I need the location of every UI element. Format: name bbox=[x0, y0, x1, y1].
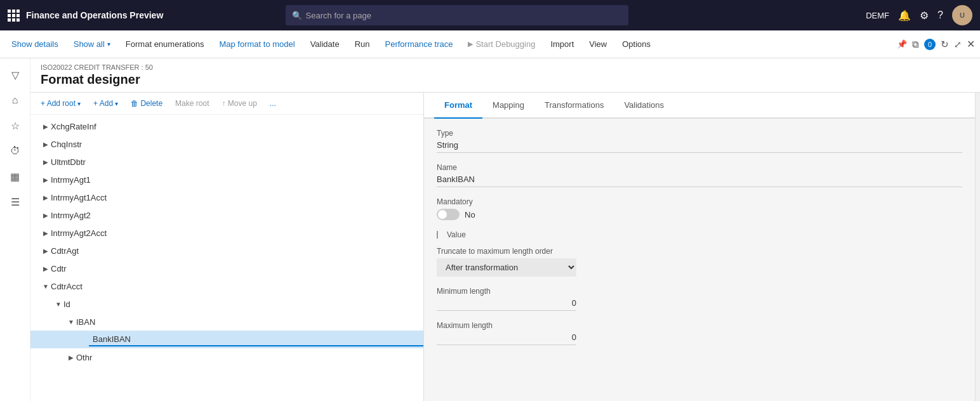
type-value: String bbox=[437, 140, 962, 153]
expand-arrow: ▼ bbox=[53, 301, 63, 308]
mandatory-toggle[interactable] bbox=[437, 209, 460, 220]
toggle-row: No bbox=[437, 209, 962, 220]
recent-icon[interactable]: ⏱ bbox=[4, 140, 27, 162]
validate-button[interactable]: Validate bbox=[304, 33, 346, 56]
help-icon[interactable]: ? bbox=[937, 10, 943, 21]
mandatory-text: No bbox=[465, 210, 475, 220]
tab-format[interactable]: Format bbox=[434, 93, 482, 119]
tree-content[interactable]: ▶ XchgRateInf ▶ ChqInstr ▶ UltmtDbtr ▶ I… bbox=[30, 115, 423, 401]
designer-area: + Add root ▾ + Add ▾ 🗑 Delete Make root bbox=[30, 93, 980, 401]
expand-arrow: ▶ bbox=[41, 230, 51, 237]
add-button[interactable]: + Add ▾ bbox=[88, 96, 123, 110]
performance-trace-button[interactable]: Performance trace bbox=[379, 33, 460, 56]
min-length-value[interactable]: 0 bbox=[437, 298, 576, 311]
chevron-down-icon: ▾ bbox=[115, 100, 118, 107]
settings-icon[interactable]: ⚙ bbox=[920, 10, 929, 22]
import-button[interactable]: Import bbox=[544, 33, 580, 56]
add-root-button[interactable]: + Add root ▾ bbox=[36, 96, 86, 110]
max-length-group: Maximum length 0 bbox=[437, 321, 962, 345]
tree-item-IntrmyAgt1Acct[interactable]: ▶ IntrmyAgt1Acct bbox=[30, 188, 423, 206]
tab-transformations[interactable]: Transformations bbox=[534, 93, 614, 119]
min-length-group: Minimum length 0 bbox=[437, 287, 962, 311]
type-label: Type bbox=[437, 129, 962, 138]
name-label: Name bbox=[437, 163, 962, 172]
chevron-down-icon: ▾ bbox=[77, 100, 81, 107]
tree-item-Othr[interactable]: ▶ Othr bbox=[30, 348, 423, 366]
tree-item-BankIBAN[interactable]: BankIBAN bbox=[30, 331, 423, 348]
favorites-icon[interactable]: ☆ bbox=[4, 114, 27, 137]
scrollbar-track[interactable] bbox=[975, 93, 980, 401]
main-layout: ▽ ⌂ ☆ ⏱ ▦ ☰ ISO20022 CREDIT TRANSFER : 5… bbox=[0, 58, 980, 401]
expand-arrow: ▶ bbox=[41, 194, 51, 201]
tree-item-IntrmyAgt1[interactable]: ▶ IntrmyAgt1 bbox=[30, 171, 423, 188]
expand-arrow bbox=[79, 336, 89, 343]
tree-item-Cdtr[interactable]: ▶ Cdtr bbox=[30, 260, 423, 277]
type-group: Type String bbox=[437, 129, 962, 153]
breadcrumb: ISO20022 CREDIT TRANSFER : 50 bbox=[41, 63, 970, 71]
properties-content: Type String Name BankIBAN Mandatory No bbox=[424, 119, 975, 401]
refresh-icon[interactable]: ↻ bbox=[941, 39, 949, 50]
top-bar-right: DEMF 🔔 ⚙ ? U bbox=[866, 5, 972, 25]
mandatory-group: Mandatory No bbox=[437, 197, 962, 220]
make-root-button[interactable]: Make root bbox=[170, 96, 214, 110]
tab-mapping[interactable]: Mapping bbox=[482, 93, 534, 119]
more-button[interactable]: ... bbox=[265, 96, 281, 110]
view-button[interactable]: View bbox=[583, 33, 613, 56]
waffle-icon[interactable] bbox=[8, 10, 20, 22]
toolbar: Show details Show all ▾ Format enumerati… bbox=[0, 30, 980, 58]
start-debugging-button[interactable]: ▶ Start Debugging bbox=[461, 33, 541, 56]
tab-bar: Format Mapping Transformations Validatio… bbox=[424, 93, 975, 119]
workspaces-icon[interactable]: ▦ bbox=[4, 165, 27, 188]
tree-toolbar: + Add root ▾ + Add ▾ 🗑 Delete Make root bbox=[30, 93, 423, 115]
tree-item-XchgRateInf[interactable]: ▶ XchgRateInf bbox=[30, 117, 423, 135]
format-enumerations-button[interactable]: Format enumerations bbox=[119, 33, 211, 56]
max-length-value[interactable]: 0 bbox=[437, 332, 576, 345]
move-up-button[interactable]: ↑ Move up bbox=[216, 96, 262, 110]
map-format-to-model-button[interactable]: Map format to model bbox=[213, 33, 301, 56]
expand-arrow: ▶ bbox=[41, 265, 51, 272]
notifications-icon[interactable]: 🔔 bbox=[898, 10, 911, 22]
max-length-label: Maximum length bbox=[437, 321, 962, 330]
tree-item-UltmtDbtr[interactable]: ▶ UltmtDbtr bbox=[30, 153, 423, 171]
value-divider: Value bbox=[437, 230, 962, 239]
tab-validations[interactable]: Validations bbox=[614, 93, 674, 119]
content-area: ISO20022 CREDIT TRANSFER : 50 Format des… bbox=[30, 58, 980, 401]
home-icon[interactable]: ⌂ bbox=[4, 89, 27, 112]
show-all-button[interactable]: Show all ▾ bbox=[67, 33, 117, 56]
run-button[interactable]: Run bbox=[348, 33, 376, 56]
expand-arrow: ▼ bbox=[66, 319, 76, 325]
page-header: ISO20022 CREDIT TRANSFER : 50 Format des… bbox=[30, 58, 980, 93]
expand-arrow: ▶ bbox=[41, 159, 51, 166]
min-length-label: Minimum length bbox=[437, 287, 962, 296]
panel-icon[interactable]: ⧉ bbox=[912, 39, 919, 50]
pin-icon[interactable]: 📌 bbox=[897, 39, 907, 49]
tree-panel: + Add root ▾ + Add ▾ 🗑 Delete Make root bbox=[30, 93, 424, 401]
name-value: BankIBAN bbox=[437, 174, 962, 187]
tree-item-IBAN[interactable]: ▼ IBAN bbox=[30, 313, 423, 331]
tree-item-IntrmyAgt2Acct[interactable]: ▶ IntrmyAgt2Acct bbox=[30, 224, 423, 242]
close-icon[interactable]: ✕ bbox=[967, 38, 975, 50]
expand-icon[interactable]: ⤢ bbox=[954, 39, 962, 49]
tree-item-CdtrAcct[interactable]: ▼ CdtrAcct bbox=[30, 277, 423, 295]
tree-item-CdtrAgt[interactable]: ▶ CdtrAgt bbox=[30, 242, 423, 260]
tree-item-ChqInstr[interactable]: ▶ ChqInstr bbox=[30, 135, 423, 153]
truncate-label: Truncate to maximum length order bbox=[437, 247, 962, 256]
expand-arrow: ▶ bbox=[41, 176, 51, 183]
search-icon: 🔍 bbox=[292, 11, 302, 20]
expand-arrow: ▶ bbox=[41, 247, 51, 254]
name-group: Name BankIBAN bbox=[437, 163, 962, 187]
expand-arrow: ▶ bbox=[41, 123, 51, 130]
page-title: Format designer bbox=[41, 72, 970, 87]
expand-arrow: ▶ bbox=[41, 212, 51, 219]
list-icon[interactable]: ☰ bbox=[4, 190, 27, 213]
delete-button[interactable]: 🗑 Delete bbox=[126, 96, 168, 110]
show-details-button[interactable]: Show details bbox=[5, 33, 65, 56]
search-bar[interactable]: 🔍 Search for a page bbox=[286, 5, 628, 25]
truncate-dropdown[interactable]: After transformation bbox=[437, 258, 576, 277]
tree-item-Id[interactable]: ▼ Id bbox=[30, 295, 423, 313]
filter-icon[interactable]: ▽ bbox=[4, 63, 27, 86]
mandatory-label: Mandatory bbox=[437, 197, 962, 206]
options-button[interactable]: Options bbox=[616, 33, 657, 56]
tree-item-IntrmyAgt2[interactable]: ▶ IntrmyAgt2 bbox=[30, 206, 423, 224]
avatar[interactable]: U bbox=[952, 5, 972, 25]
